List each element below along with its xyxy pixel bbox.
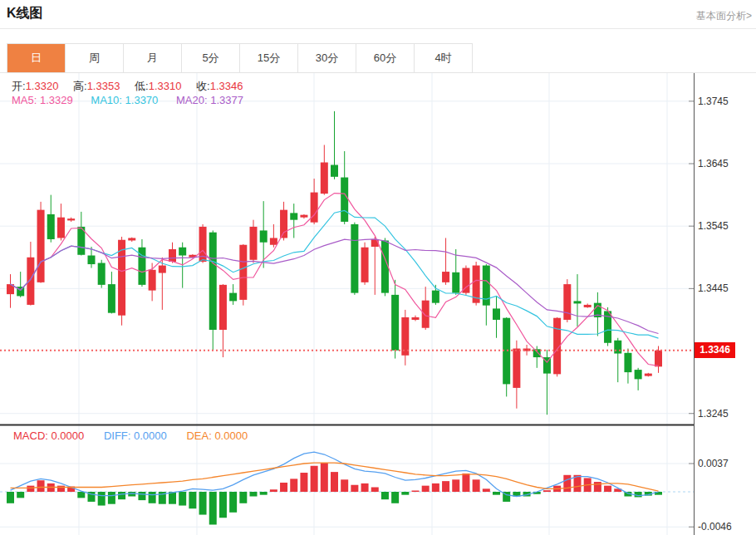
- dea-label: DEA:: [186, 429, 211, 442]
- macd-bar: [290, 479, 297, 492]
- low-label: 低:: [135, 80, 149, 92]
- current-price-badge: 1.3346: [695, 342, 735, 358]
- macd-bar: [473, 479, 480, 492]
- interval-tabbar: 日周月5分15分30分60分4时: [7, 43, 473, 73]
- candle: [37, 210, 45, 282]
- candle: [574, 301, 582, 303]
- macd-axis-label: -0.0046: [698, 521, 732, 533]
- candle: [412, 317, 420, 320]
- ma10-label: MA10:: [91, 94, 122, 106]
- macd-bar: [138, 492, 145, 500]
- candle: [169, 249, 176, 262]
- macd-bar: [311, 466, 318, 492]
- page-title: K线图: [7, 5, 43, 22]
- candle: [442, 272, 449, 282]
- macd-bar: [57, 486, 65, 492]
- macd-bar: [209, 492, 217, 525]
- macd-bar: [270, 489, 277, 492]
- candle: [584, 305, 592, 307]
- macd-axis-label: 0.0037: [698, 458, 729, 469]
- diff-value: 0.0000: [134, 429, 167, 442]
- tab-interval-4[interactable]: 15分: [240, 44, 298, 72]
- macd-bar: [543, 490, 551, 492]
- candle: [67, 218, 75, 220]
- price-axis-label: 1.3545: [698, 220, 729, 232]
- candle: [513, 349, 520, 388]
- macd-bar: [229, 492, 237, 513]
- candle: [452, 272, 459, 293]
- ma5-label: MA5:: [12, 94, 37, 106]
- macd-bar: [563, 475, 571, 492]
- candle: [614, 341, 621, 354]
- candle: [149, 270, 156, 291]
- macd-bar: [98, 492, 106, 506]
- candle: [219, 285, 227, 330]
- macd-bar: [452, 479, 459, 492]
- tab-interval-2[interactable]: 月: [124, 44, 182, 72]
- candle: [250, 227, 258, 260]
- macd-bar: [27, 486, 34, 492]
- fundamental-analysis-link[interactable]: 基本面分析>: [696, 9, 752, 23]
- candle: [635, 370, 642, 379]
- candle: [98, 263, 106, 285]
- macd-bar: [250, 492, 258, 497]
- ma20-label: MA20:: [176, 94, 208, 106]
- candle: [300, 215, 307, 218]
- macd-bar: [7, 492, 14, 503]
- tab-interval-3[interactable]: 5分: [182, 44, 240, 72]
- candle: [645, 374, 652, 376]
- price-axis-label: 1.3445: [698, 282, 729, 294]
- candle: [260, 230, 268, 242]
- macd-bar: [118, 492, 125, 499]
- ma5-value: 1.3329: [40, 94, 73, 106]
- ma10-value: 1.3370: [125, 94, 159, 106]
- tab-interval-5[interactable]: 30分: [298, 44, 356, 72]
- macd-bar: [17, 492, 24, 498]
- candle: [229, 293, 237, 302]
- tab-interval-0[interactable]: 日: [7, 44, 66, 72]
- macd-bar: [37, 480, 45, 492]
- title-divider: [0, 28, 756, 29]
- candle: [321, 163, 328, 194]
- macd-bar: [260, 492, 268, 495]
- macd-bar: [321, 463, 328, 492]
- candle: [88, 256, 96, 265]
- tab-interval-7[interactable]: 4时: [415, 44, 472, 72]
- candle: [391, 295, 399, 351]
- candle: [655, 351, 662, 367]
- candle: [351, 224, 358, 293]
- macd-bar: [179, 492, 186, 506]
- high-value: 1.3353: [87, 80, 120, 92]
- macd-bar: [300, 473, 307, 492]
- macd-bar: [462, 474, 469, 492]
- candle: [57, 218, 65, 238]
- tab-interval-6[interactable]: 60分: [356, 44, 415, 72]
- ma10-line: [11, 210, 659, 338]
- tab-interval-1[interactable]: 周: [66, 44, 124, 72]
- price-axis-label: 1.3645: [698, 158, 729, 169]
- macd-bar: [108, 492, 115, 504]
- candle: [341, 178, 348, 222]
- open-label: 开:: [12, 80, 26, 92]
- ma20-line: [11, 239, 659, 334]
- macd-value: 0.0000: [52, 429, 85, 442]
- macd-bar: [442, 481, 449, 492]
- candle: [239, 245, 247, 300]
- candle: [27, 258, 34, 305]
- price-axis-label: 1.3245: [698, 408, 729, 420]
- candle: [159, 266, 166, 273]
- candle: [563, 284, 571, 320]
- macd-bar: [493, 492, 500, 495]
- kline-widget: K线图 基本面分析> 日周月5分15分30分60分4时 1.37451.3645…: [0, 0, 756, 535]
- macd-label: MACD:: [13, 429, 48, 442]
- close-value: 1.3346: [210, 80, 243, 92]
- macd-bar: [381, 492, 389, 499]
- macd-bar: [280, 483, 287, 492]
- macd-bar: [77, 492, 85, 498]
- macd-bar: [199, 492, 207, 515]
- macd-bar: [149, 492, 156, 503]
- macd-bar: [239, 492, 247, 503]
- dea-value: 0.0000: [214, 429, 248, 442]
- macd-bar: [351, 485, 358, 492]
- candle: [331, 165, 338, 177]
